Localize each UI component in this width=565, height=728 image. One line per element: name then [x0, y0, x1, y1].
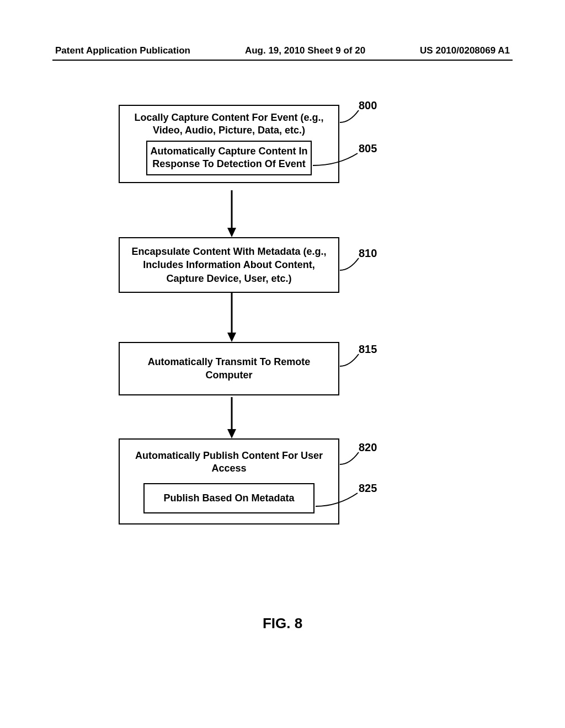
- node-820-text: Automatically Publish Content For User A…: [124, 449, 334, 475]
- header-divider: [52, 60, 513, 61]
- node-815-text: Automatically Transmit To Remote Compute…: [148, 356, 311, 381]
- node-800-text: Locally Capture Content For Event (e.g.,…: [124, 111, 334, 137]
- arrow-815-to-820: [226, 397, 237, 441]
- header-date-sheet: Aug. 19, 2010 Sheet 9 of 20: [245, 45, 365, 56]
- flowchart-node-820: Automatically Publish Content For User A…: [119, 438, 339, 524]
- arrow-800-to-810: [226, 190, 237, 240]
- svg-marker-1: [227, 228, 236, 237]
- leader-line-805: [311, 150, 363, 172]
- figure-label: FIG. 8: [0, 615, 565, 632]
- leader-line-810: [338, 255, 363, 277]
- leader-line-815: [338, 351, 363, 373]
- flowchart-node-805: Automatically Capture Content In Respons…: [146, 141, 312, 175]
- page-header: Patent Application Publication Aug. 19, …: [55, 45, 510, 56]
- node-805-text: Automatically Capture Content In Respons…: [150, 146, 307, 169]
- flowchart-node-810: Encapsulate Content With Metadata (e.g.,…: [119, 237, 339, 293]
- svg-marker-5: [227, 429, 236, 438]
- leader-line-820: [338, 449, 363, 471]
- flowchart-node-815: Automatically Transmit To Remote Compute…: [119, 342, 339, 395]
- node-825-text: Publish Based On Metadata: [163, 493, 294, 504]
- node-810-text: Encapsulate Content With Metadata (e.g.,…: [132, 246, 327, 284]
- arrow-810-to-815: [226, 292, 237, 345]
- header-publication-number: US 2010/0208069 A1: [420, 45, 510, 56]
- flowchart-node-825: Publish Based On Metadata: [143, 483, 315, 513]
- leader-line-800: [338, 107, 363, 129]
- flowchart-node-800: Locally Capture Content For Event (e.g.,…: [119, 105, 339, 183]
- leader-line-825: [313, 490, 363, 512]
- header-publication-type: Patent Application Publication: [55, 45, 190, 56]
- svg-marker-3: [227, 333, 236, 342]
